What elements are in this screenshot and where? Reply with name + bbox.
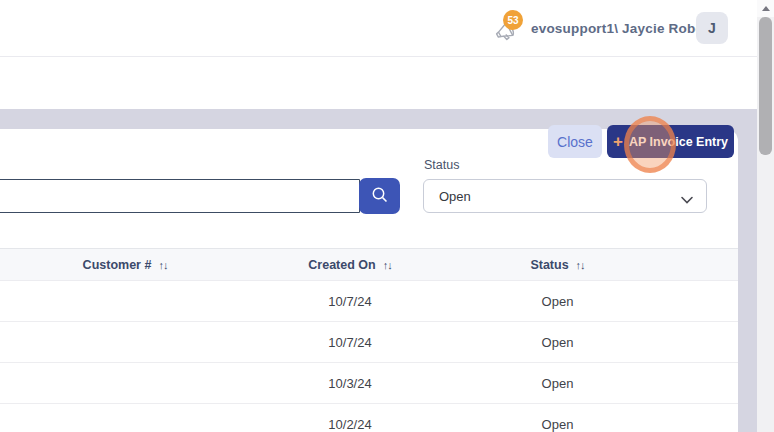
scrollbar-thumb[interactable] — [759, 17, 772, 155]
vertical-scrollbar — [757, 0, 774, 432]
search-icon — [371, 186, 389, 207]
table-row[interactable]: 10/3/24 Open — [0, 363, 738, 404]
column-header-status[interactable]: Status↑↓ — [450, 258, 665, 272]
column-header-customer-label: Customer # — [83, 258, 152, 272]
sort-icon: ↑↓ — [576, 259, 585, 271]
cell-created-on: 10/2/24 — [250, 417, 450, 432]
user-name: evosupport1\ Jaycie Roberts — [531, 21, 721, 36]
cell-status: Open — [450, 376, 665, 391]
close-button[interactable]: Close — [548, 125, 602, 158]
chevron-down-icon — [680, 191, 694, 209]
scroll-up-icon — [762, 6, 770, 11]
column-header-created-on-label: Created On — [308, 258, 375, 272]
ap-invoice-entry-button[interactable]: + AP Invoice Entry — [607, 125, 734, 158]
search-input[interactable] — [0, 179, 360, 213]
column-header-customer[interactable]: Customer #↑↓ — [0, 258, 250, 272]
top-header: 53 evosupport1\ Jaycie Roberts J — [0, 0, 774, 57]
status-dropdown-value: Open — [424, 189, 471, 204]
sort-icon: ↑↓ — [383, 259, 392, 271]
cell-created-on: 10/3/24 — [250, 376, 450, 391]
table-row[interactable]: 10/7/24 Open — [0, 322, 738, 363]
column-header-created-on[interactable]: Created On↑↓ — [250, 258, 450, 272]
cell-status: Open — [450, 294, 665, 309]
avatar[interactable]: J — [696, 12, 728, 44]
toolbar: Close + AP Invoice Entry — [0, 58, 774, 109]
search-button[interactable] — [359, 178, 400, 214]
table-header-row: Customer #↑↓ Created On↑↓ Status↑↓ — [0, 248, 738, 281]
status-dropdown[interactable]: Open — [423, 179, 707, 213]
notification-badge: 53 — [503, 10, 523, 30]
column-header-status-label: Status — [530, 258, 568, 272]
cell-status: Open — [450, 335, 665, 350]
status-filter-label: Status — [424, 158, 459, 172]
table-row[interactable]: 10/7/24 Open — [0, 281, 738, 322]
cell-created-on: 10/7/24 — [250, 294, 450, 309]
invoice-table: Customer #↑↓ Created On↑↓ Status↑↓ 10/7/… — [0, 248, 738, 432]
scrollbar-up-button[interactable] — [757, 0, 774, 17]
cell-status: Open — [450, 417, 665, 432]
sort-icon: ↑↓ — [158, 259, 167, 271]
plus-icon: + — [613, 133, 623, 150]
table-row[interactable]: 10/2/24 Open — [0, 404, 738, 432]
ap-invoice-entry-label: AP Invoice Entry — [629, 135, 728, 149]
cell-created-on: 10/7/24 — [250, 335, 450, 350]
app-screen: 53 evosupport1\ Jaycie Roberts J Close +… — [0, 0, 774, 432]
